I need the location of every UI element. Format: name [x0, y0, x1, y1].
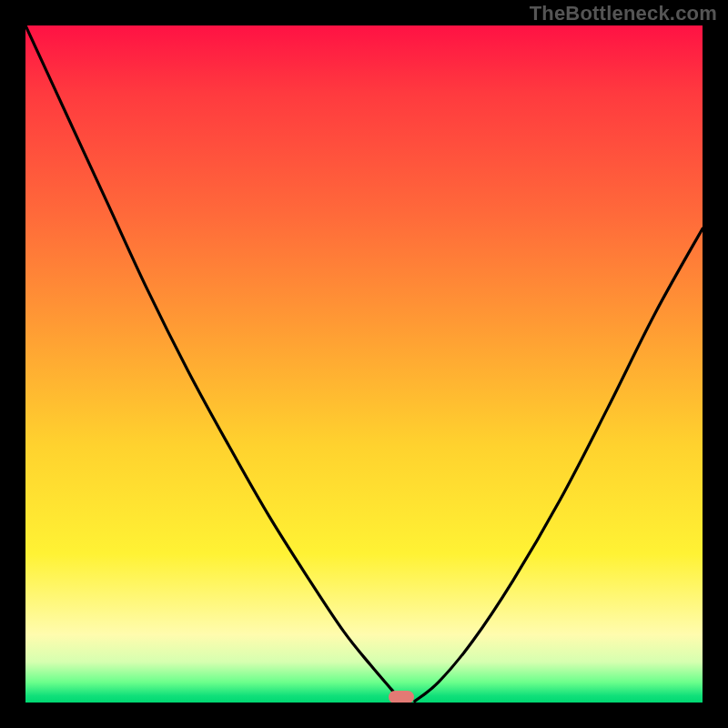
- bottleneck-curve: [25, 25, 703, 703]
- attribution-text: TheBottleneck.com: [530, 2, 717, 25]
- curve-left-branch: [25, 25, 401, 702]
- optimal-marker: [389, 691, 414, 703]
- chart-frame: TheBottleneck.com: [0, 0, 728, 728]
- plot-area: [25, 25, 703, 703]
- curve-right-branch: [415, 228, 703, 701]
